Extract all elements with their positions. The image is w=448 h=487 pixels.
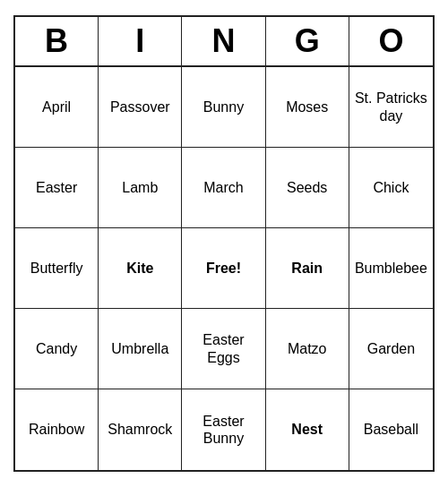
cell-text-13: Rain xyxy=(291,260,323,277)
cell-text-20: Rainbow xyxy=(29,421,84,438)
header-letter-o: O xyxy=(349,17,433,65)
bingo-cell-11: Kite xyxy=(99,228,182,309)
bingo-cell-10: Butterfly xyxy=(15,228,99,309)
cell-text-18: Matzo xyxy=(288,340,327,357)
bingo-cell-19: Garden xyxy=(349,309,433,389)
bingo-cell-9: Chick xyxy=(349,148,433,228)
cell-text-4: St. Patricks day xyxy=(353,90,429,124)
bingo-cell-4: St. Patricks day xyxy=(349,67,433,148)
cell-text-19: Garden xyxy=(367,340,415,357)
cell-text-0: April xyxy=(42,98,71,115)
header-letter-i: I xyxy=(99,17,182,65)
cell-text-11: Kite xyxy=(126,260,153,277)
bingo-cell-18: Matzo xyxy=(266,309,349,389)
cell-text-16: Umbrella xyxy=(111,340,168,357)
bingo-grid: AprilPassoverBunnyMosesSt. Patricks dayE… xyxy=(15,67,433,470)
cell-text-2: Bunny xyxy=(203,98,244,115)
bingo-cell-20: Rainbow xyxy=(15,389,99,470)
bingo-cell-3: Moses xyxy=(266,67,349,148)
bingo-cell-1: Passover xyxy=(99,67,182,148)
cell-text-3: Moses xyxy=(286,98,328,115)
bingo-cell-15: Candy xyxy=(15,309,99,389)
bingo-cell-14: Bumblebee xyxy=(349,228,433,309)
bingo-cell-2: Bunny xyxy=(182,67,265,148)
bingo-cell-0: April xyxy=(15,67,99,148)
cell-text-21: Shamrock xyxy=(108,421,172,438)
bingo-cell-17: Easter Eggs xyxy=(182,309,265,389)
bingo-cell-22: Easter Bunny xyxy=(182,389,265,470)
bingo-cell-12: Free! xyxy=(182,228,265,309)
bingo-cell-6: Lamb xyxy=(99,148,182,228)
cell-text-22: Easter Bunny xyxy=(185,413,261,447)
cell-text-5: Easter xyxy=(36,179,77,196)
bingo-header: BINGO xyxy=(15,17,433,67)
bingo-cell-24: Baseball xyxy=(349,389,433,470)
cell-text-10: Butterfly xyxy=(30,260,83,277)
cell-text-14: Bumblebee xyxy=(355,260,427,277)
cell-text-23: Nest xyxy=(291,421,323,438)
cell-text-6: Lamb xyxy=(122,179,158,196)
cell-text-9: Chick xyxy=(373,179,409,196)
bingo-cell-13: Rain xyxy=(266,228,349,309)
bingo-cell-5: Easter xyxy=(15,148,99,228)
bingo-cell-8: Seeds xyxy=(266,148,349,228)
bingo-cell-21: Shamrock xyxy=(99,389,182,470)
cell-text-17: Easter Eggs xyxy=(185,331,261,365)
bingo-cell-16: Umbrella xyxy=(99,309,182,389)
cell-text-8: Seeds xyxy=(287,179,327,196)
cell-text-1: Passover xyxy=(110,98,170,115)
header-letter-g: G xyxy=(266,17,349,65)
bingo-cell-7: March xyxy=(182,148,265,228)
header-letter-b: B xyxy=(15,17,99,65)
bingo-card: BINGO AprilPassoverBunnyMosesSt. Patrick… xyxy=(13,15,435,472)
header-letter-n: N xyxy=(182,17,265,65)
cell-text-24: Baseball xyxy=(364,421,418,438)
cell-text-12: Free! xyxy=(206,260,241,277)
cell-text-7: March xyxy=(203,179,243,196)
cell-text-15: Candy xyxy=(36,340,77,357)
bingo-cell-23: Nest xyxy=(266,389,349,470)
